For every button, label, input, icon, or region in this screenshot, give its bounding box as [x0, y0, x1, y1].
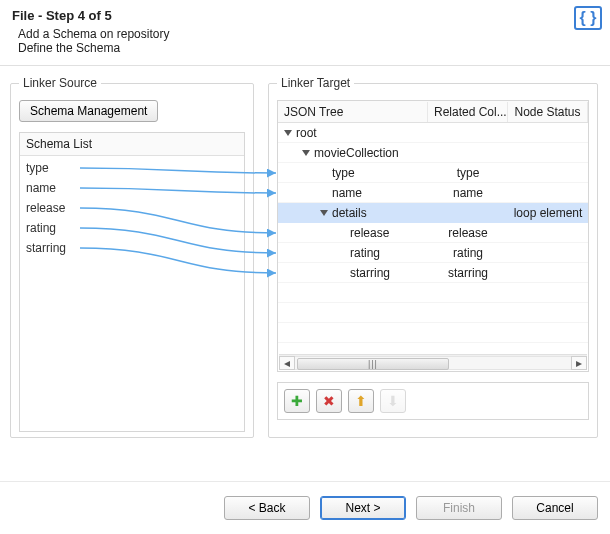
tree-label: type [332, 166, 355, 180]
table-row[interactable]: releaserelease [278, 223, 588, 243]
expand-icon[interactable] [320, 210, 328, 216]
table-row[interactable]: typetype [278, 163, 588, 183]
cancel-button[interactable]: Cancel [512, 496, 598, 520]
scroll-track[interactable]: ||| [295, 356, 571, 370]
table-row[interactable]: movieCollection [278, 143, 588, 163]
tree-cell: rating [278, 246, 428, 260]
back-button[interactable]: < Back [224, 496, 310, 520]
tree-cell: release [278, 226, 428, 240]
finish-button[interactable]: Finish [416, 496, 502, 520]
schema-item[interactable]: starring [20, 238, 244, 258]
tree-label: starring [350, 266, 390, 280]
related-cell: release [428, 226, 508, 240]
move-up-button[interactable]: ⬆ [348, 389, 374, 413]
tree-cell: name [278, 186, 428, 200]
target-toolbar: ✚ ✖ ⬆ ⬇ [277, 382, 589, 420]
status-cell: loop element [508, 206, 588, 220]
wizard-header: File - Step 4 of 5 Add a Schema on repos… [0, 0, 610, 66]
schema-item[interactable]: release [20, 198, 244, 218]
next-button[interactable]: Next > [320, 496, 406, 520]
expand-icon[interactable] [284, 130, 292, 136]
add-button[interactable]: ✚ [284, 389, 310, 413]
related-cell: type [428, 166, 508, 180]
arrow-up-icon: ⬆ [355, 393, 367, 409]
table-row[interactable]: namename [278, 183, 588, 203]
schema-item[interactable]: name [20, 178, 244, 198]
tree-label: root [296, 126, 317, 140]
table-row[interactable]: detailsloop element [278, 203, 588, 223]
add-icon: ✚ [291, 393, 303, 409]
remove-button[interactable]: ✖ [316, 389, 342, 413]
table-row[interactable]: ratingrating [278, 243, 588, 263]
wizard-footer: < Back Next > Finish Cancel [0, 481, 610, 534]
move-down-button[interactable]: ⬇ [380, 389, 406, 413]
tree-label: rating [350, 246, 380, 260]
tree-cell: starring [278, 266, 428, 280]
remove-icon: ✖ [323, 393, 335, 409]
schema-management-button[interactable]: Schema Management [19, 100, 158, 122]
expand-icon[interactable] [302, 150, 310, 156]
tree-label: details [332, 206, 367, 220]
tree-cell: details [278, 206, 428, 220]
tree-label: movieCollection [314, 146, 399, 160]
schema-list-header: Schema List [20, 133, 244, 156]
schema-item[interactable]: rating [20, 218, 244, 238]
page-subtitle-1: Add a Schema on repository [18, 27, 598, 41]
scroll-right-icon[interactable]: ▸ [571, 356, 587, 370]
tree-cell: root [278, 126, 428, 140]
target-table: JSON Tree Related Col... Node Status roo… [277, 100, 589, 372]
linker-source-group: Linker Source Schema Management Schema L… [10, 76, 254, 438]
linker-target-legend: Linker Target [277, 76, 354, 90]
tree-label: name [332, 186, 362, 200]
col-header-related[interactable]: Related Col... [428, 102, 508, 122]
related-cell: name [428, 186, 508, 200]
tree-cell: type [278, 166, 428, 180]
page-subtitle-2: Define the Schema [18, 41, 598, 55]
arrow-down-icon: ⬇ [387, 393, 399, 409]
tree-label: release [350, 226, 389, 240]
target-rows[interactable]: rootmovieCollectiontypetypenamenamedetai… [278, 123, 588, 353]
scroll-thumb[interactable]: ||| [297, 358, 449, 370]
linker-target-group: Linker Target JSON Tree Related Col... N… [268, 76, 598, 438]
related-cell: starring [428, 266, 508, 280]
linker-source-legend: Linker Source [19, 76, 101, 90]
json-braces-icon: { } [574, 6, 602, 30]
col-header-json-tree[interactable]: JSON Tree [278, 102, 428, 122]
scroll-left-icon[interactable]: ◂ [279, 356, 295, 370]
tree-cell: movieCollection [278, 146, 428, 160]
schema-list: Schema List typenamereleaseratingstarrin… [19, 132, 245, 432]
schema-item[interactable]: type [20, 158, 244, 178]
table-row[interactable]: starringstarring [278, 263, 588, 283]
target-table-headers: JSON Tree Related Col... Node Status [278, 101, 588, 123]
page-title: File - Step 4 of 5 [12, 8, 598, 23]
work-area: Linker Source Schema Management Schema L… [0, 66, 610, 486]
col-header-node-status[interactable]: Node Status [508, 102, 588, 122]
related-cell: rating [428, 246, 508, 260]
table-row[interactable]: root [278, 123, 588, 143]
horizontal-scrollbar[interactable]: ◂ ||| ▸ [279, 354, 587, 370]
